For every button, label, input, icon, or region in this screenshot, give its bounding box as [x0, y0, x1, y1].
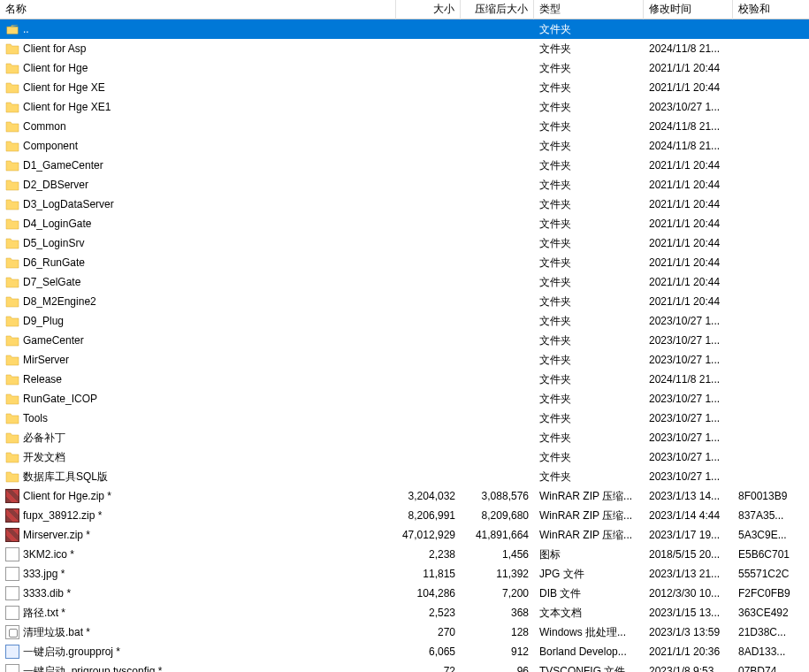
file-compressed-cell — [461, 416, 534, 420]
folder-icon — [5, 275, 19, 289]
file-modified-cell: 2023/1/13 14... — [644, 488, 733, 504]
file-type-cell: Borland Develop... — [534, 644, 644, 660]
file-row[interactable]: D7_SelGate文件夹2021/1/1 20:44 — [0, 272, 809, 292]
file-row[interactable]: 3KM2.ico *2,2381,456图标2018/5/15 20...E5B… — [0, 545, 809, 564]
file-row[interactable]: 清理垃圾.bat *270128Windows 批处理...2023/1/3 1… — [0, 622, 809, 642]
file-name-cell[interactable]: 一键启动_prjgroup.tvsconfig * — [0, 662, 396, 673]
file-row[interactable]: Client for Hge.zip *3,204,0323,088,576Wi… — [0, 486, 809, 506]
file-row[interactable]: Component文件夹2024/11/8 21... — [0, 136, 809, 156]
file-name-label: 数据库工具SQL版 — [23, 470, 108, 485]
file-name-cell[interactable]: MirServer — [0, 351, 396, 369]
file-name-cell[interactable]: D2_DBServer — [0, 176, 396, 194]
file-size-cell: 8,206,991 — [396, 508, 461, 523]
file-name-cell[interactable]: D5_LoginSrv — [0, 234, 396, 252]
file-name-cell[interactable]: D3_LogDataServer — [0, 195, 396, 213]
file-size-cell — [396, 378, 461, 381]
column-header-type[interactable]: 类型 — [534, 0, 644, 19]
file-compressed-cell — [461, 436, 534, 439]
file-row[interactable]: D3_LogDataServer文件夹2021/1/1 20:44 — [0, 195, 809, 214]
file-name-cell[interactable]: Client for Hge XE1 — [0, 98, 396, 116]
file-row[interactable]: D6_RunGate文件夹2021/1/1 20:44 — [0, 253, 809, 272]
column-header-modified[interactable]: 修改时间 — [644, 0, 733, 19]
file-modified-cell: 2021/1/1 20:44 — [644, 235, 733, 251]
file-row[interactable]: 333.jpg *11,81511,392JPG 文件2023/1/13 21.… — [0, 564, 809, 584]
file-checksum-cell: 8F0013B9 — [733, 488, 807, 504]
file-name-cell[interactable]: Client for Hge — [0, 59, 396, 77]
file-name-cell[interactable]: Tools — [0, 409, 396, 427]
file-name-cell[interactable]: D6_RunGate — [0, 254, 396, 271]
file-type-cell: 文件夹 — [534, 273, 644, 292]
file-modified-cell: 2024/11/8 21... — [644, 41, 733, 57]
file-name-label: Common — [23, 120, 66, 133]
file-row[interactable]: 数据库工具SQL版文件夹2023/10/27 1... — [0, 467, 809, 486]
file-name-cell[interactable]: 333.jpg * — [0, 565, 396, 583]
file-row[interactable]: 路径.txt *2,523368文本文档2023/1/15 13...363CE… — [0, 603, 809, 622]
file-row[interactable]: D4_LoginGate文件夹2021/1/1 20:44 — [0, 214, 809, 233]
file-name-cell[interactable]: D4_LoginGate — [0, 215, 396, 233]
file-name-cell[interactable]: Mirserver.zip * — [0, 526, 396, 544]
file-row[interactable]: 必备补丁文件夹2023/10/27 1... — [0, 428, 809, 447]
file-size-cell — [396, 125, 461, 128]
file-row[interactable]: 一键启动_prjgroup.tvsconfig *7296TVSCONFIG 文… — [0, 661, 809, 672]
file-row[interactable]: ..文件夹 — [0, 19, 809, 39]
folder-icon — [5, 42, 19, 56]
file-row[interactable]: Client for Asp文件夹2024/11/8 21... — [0, 39, 809, 58]
file-row[interactable]: D1_GameCenter文件夹2021/1/1 20:44 — [0, 156, 809, 175]
file-row[interactable]: Release文件夹2024/11/8 21... — [0, 370, 809, 389]
file-name-cell[interactable]: fupx_38912.zip * — [0, 507, 396, 524]
file-name-cell[interactable]: Client for Hge.zip * — [0, 487, 396, 505]
file-name-cell[interactable]: Component — [0, 137, 396, 155]
file-modified-cell: 2018/5/15 20... — [644, 546, 733, 562]
file-row[interactable]: RunGate_ICOP文件夹2023/10/27 1... — [0, 389, 809, 409]
file-row[interactable]: Mirserver.zip *47,012,92941,891,664WinRA… — [0, 525, 809, 545]
file-name-cell[interactable]: GameCenter — [0, 332, 396, 349]
file-name-cell[interactable]: 数据库工具SQL版 — [0, 468, 396, 486]
file-row[interactable]: 一键启动.groupproj *6,065912Borland Develop.… — [0, 642, 809, 661]
file-name-cell[interactable]: Client for Asp — [0, 40, 396, 57]
file-row[interactable]: fupx_38912.zip *8,206,9918,209,680WinRAR… — [0, 506, 809, 525]
file-name-cell[interactable]: D7_SelGate — [0, 273, 396, 291]
column-header-size[interactable]: 大小 — [396, 0, 461, 19]
file-row[interactable]: 3333.dib *104,2867,200DIB 文件2012/3/30 10… — [0, 584, 809, 603]
file-name-cell[interactable]: 开发文档 — [0, 448, 396, 467]
file-name-cell[interactable]: Client for Hge XE — [0, 79, 396, 96]
file-name-cell[interactable]: .. — [0, 20, 396, 38]
file-modified-cell: 2023/10/27 1... — [644, 449, 733, 465]
file-name-cell[interactable]: Common — [0, 118, 396, 135]
column-header-compressed[interactable]: 压缩后大小 — [461, 0, 534, 19]
file-row[interactable]: Client for Hge XE文件夹2021/1/1 20:44 — [0, 78, 809, 97]
file-row[interactable]: D8_M2Engine2文件夹2021/1/1 20:44 — [0, 292, 809, 311]
file-row[interactable]: D2_DBServer文件夹2021/1/1 20:44 — [0, 175, 809, 195]
file-name-cell[interactable]: Release — [0, 370, 396, 388]
file-name-cell[interactable]: RunGate_ICOP — [0, 390, 396, 408]
column-header-checksum[interactable]: 校验和 — [733, 0, 807, 19]
file-row[interactable]: Common文件夹2024/11/8 21... — [0, 117, 809, 136]
file-name-cell[interactable]: 3333.dib * — [0, 584, 396, 602]
file-row[interactable]: Client for Hge XE1文件夹2023/10/27 1... — [0, 97, 809, 117]
file-modified-cell: 2023/10/27 1... — [644, 430, 733, 446]
file-type-cell: 文件夹 — [534, 234, 644, 253]
file-name-cell[interactable]: 清理垃圾.bat * — [0, 623, 396, 642]
file-name-cell[interactable]: D1_GameCenter — [0, 157, 396, 174]
file-size-cell — [396, 202, 461, 206]
file-name-cell[interactable]: 3KM2.ico * — [0, 546, 396, 563]
file-name-cell[interactable]: 必备补丁 — [0, 429, 396, 447]
file-row[interactable]: 开发文档文件夹2023/10/27 1... — [0, 447, 809, 467]
file-row[interactable]: D9_Plug文件夹2023/10/27 1... — [0, 311, 809, 331]
column-header-name[interactable]: 名称 — [0, 0, 396, 19]
file-name-cell[interactable]: 一键启动.groupproj * — [0, 643, 396, 661]
file-row[interactable]: Client for Hge文件夹2021/1/1 20:44 — [0, 58, 809, 78]
file-type-cell: 图标 — [534, 546, 644, 564]
file-row[interactable]: Tools文件夹2023/10/27 1... — [0, 409, 809, 428]
file-name-cell[interactable]: 路径.txt * — [0, 604, 396, 622]
file-name-cell[interactable]: D8_M2Engine2 — [0, 293, 396, 310]
file-modified-cell: 2023/10/27 1... — [644, 469, 733, 485]
file-checksum-cell — [733, 475, 807, 478]
file-type-cell: 文件夹 — [534, 409, 644, 428]
file-name-cell[interactable]: D9_Plug — [0, 312, 396, 330]
file-row[interactable]: D5_LoginSrv文件夹2021/1/1 20:44 — [0, 233, 809, 253]
file-type-cell: 文件夹 — [534, 254, 644, 272]
file-modified-cell: 2023/10/27 1... — [644, 99, 733, 115]
file-row[interactable]: MirServer文件夹2023/10/27 1... — [0, 350, 809, 370]
file-row[interactable]: GameCenter文件夹2023/10/27 1... — [0, 331, 809, 350]
